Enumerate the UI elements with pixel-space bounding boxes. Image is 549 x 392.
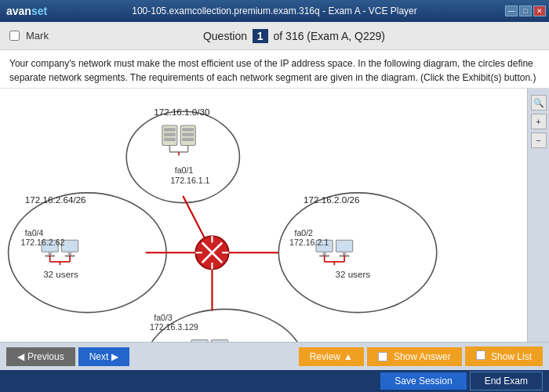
search-icon: 🔍 [533, 98, 544, 108]
mark-checkbox[interactable]: Mark [9, 30, 49, 42]
show-list-checkbox [476, 350, 485, 360]
bottom-row2: Save Session End Exam [0, 370, 549, 392]
svg-rect-17 [164, 133, 176, 136]
svg-rect-20 [182, 128, 194, 131]
prev-label: Previous [27, 351, 64, 362]
minus-icon: − [536, 136, 540, 145]
mark-label: Mark [26, 30, 49, 42]
right-users: 32 users [335, 269, 370, 279]
logo-text-set: set [31, 5, 47, 17]
svg-rect-38 [323, 252, 326, 255]
question-label: Question [203, 30, 247, 42]
title-bar: avanset 100-105.examcollection.premium.e… [0, 0, 549, 22]
svg-rect-28 [49, 252, 52, 255]
bottom-toolbar: ◀ Previous Next ▶ Review ▲ Show Answer S… [0, 342, 549, 370]
left-iface: fa0/4 [25, 228, 44, 238]
show-answer-button[interactable]: Show Answer [367, 347, 462, 366]
app-logo: avanset [6, 5, 47, 17]
show-list-label: Show List [491, 351, 532, 362]
top-ifaceip: 172.16.1.1 [170, 176, 209, 185]
next-arrow-icon: ▶ [111, 351, 118, 362]
bottom-ifaceip: 172.16.3.129 [150, 322, 198, 332]
question-number: 1 [253, 29, 268, 43]
svg-rect-21 [182, 133, 194, 136]
diagram-area: 172.16.1.0/30 172.16.2.64/26 172.16.2.0/… [0, 89, 549, 342]
next-button[interactable]: Next ▶ [78, 347, 130, 366]
top-iface: fa0/1 [175, 165, 194, 175]
network-diagram: 172.16.1.0/30 172.16.2.64/26 172.16.2.0/… [0, 89, 549, 342]
zoom-in-button[interactable]: + [531, 114, 547, 129]
end-label: End Exam [485, 376, 528, 387]
svg-rect-16 [164, 128, 176, 131]
svg-rect-50 [211, 340, 227, 342]
show-list-button[interactable]: Show List [465, 347, 543, 366]
next-label: Next [89, 351, 109, 362]
svg-rect-31 [68, 252, 71, 255]
question-header: Mark Question 1 of 316 (Exam A, Q229) [0, 22, 549, 50]
window-title: 100-105.examcollection.premium.exam.316q… [132, 5, 417, 16]
bottom-workstations [191, 340, 228, 342]
logo-text-avan: avan [6, 5, 31, 17]
diagram-sidebar: 🔍 + − [527, 89, 549, 342]
bottom-iface: fa0/3 [154, 313, 173, 322]
end-exam-button[interactable]: End Exam [470, 372, 543, 390]
prev-arrow-icon: ◀ [17, 351, 24, 362]
svg-rect-41 [343, 252, 346, 255]
maximize-button[interactable]: □ [519, 5, 532, 16]
previous-button[interactable]: ◀ Previous [6, 347, 75, 366]
total-questions: of 316 (Exam A, Q229) [274, 30, 385, 42]
save-label: Save Session [394, 376, 452, 387]
question-text: Your company's network must make the mos… [0, 50, 549, 89]
question-title: Question 1 of 316 (Exam A, Q229) [49, 30, 540, 42]
svg-rect-22 [182, 138, 194, 141]
mark-input[interactable] [9, 31, 20, 41]
svg-rect-47 [191, 340, 208, 342]
show-answer-checkbox [378, 352, 387, 361]
review-label: Review [310, 351, 340, 362]
review-button[interactable]: Review ▲ [299, 347, 364, 366]
left-users: 32 users [43, 269, 78, 279]
zoom-out-button[interactable]: − [531, 132, 547, 148]
window-controls[interactable]: — □ ✕ [505, 5, 546, 16]
left-ifaceip: 172.16.2.62 [21, 238, 65, 247]
minimize-button[interactable]: — [505, 5, 518, 16]
left-subnet: 172.16.2.64/26 [25, 194, 86, 205]
svg-point-0 [126, 111, 239, 203]
review-dropdown-icon: ▲ [344, 351, 353, 362]
svg-point-2 [278, 193, 437, 313]
main-container: Mark Question 1 of 316 (Exam A, Q229) Yo… [0, 22, 549, 392]
svg-rect-40 [336, 240, 352, 252]
close-button[interactable]: ✕ [533, 5, 546, 16]
center-router [195, 236, 228, 269]
top-subnet: 172.16.1.0/30 [154, 107, 210, 117]
svg-point-1 [9, 193, 167, 313]
svg-rect-18 [164, 138, 176, 141]
save-session-button[interactable]: Save Session [380, 372, 466, 390]
right-ifaceip: 172.16.2.1 [289, 238, 329, 247]
right-iface: fa0/2 [294, 228, 313, 238]
zoom-search-button[interactable]: 🔍 [531, 95, 547, 111]
show-answer-label: Show Answer [394, 351, 451, 362]
plus-icon: + [536, 117, 540, 126]
top-router [162, 125, 195, 155]
right-subnet: 172.16.2.0/26 [304, 194, 359, 205]
